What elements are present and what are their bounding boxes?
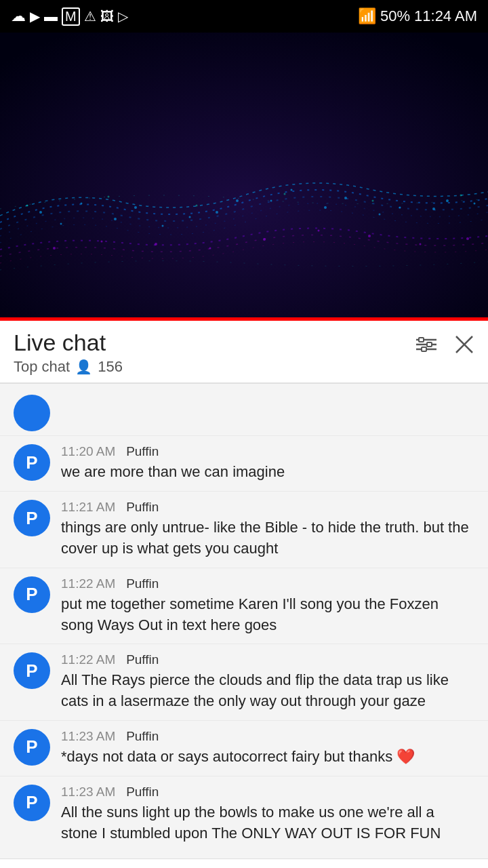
message-meta: 11:22 AM Puffin [61,652,474,667]
message-text: All the suns light up the bowls to make … [61,802,474,844]
close-button[interactable] [454,334,474,355]
cloud-icon: ☁ [11,7,26,25]
chat-message: P 11:20 AM Puffin we are more than we ca… [0,435,488,491]
message-content: 11:23 AM Puffin All the suns light up th… [61,785,474,844]
message-time: 11:22 AM [61,652,115,667]
filter-button[interactable] [415,335,438,354]
svg-rect-37 [419,338,424,342]
svg-point-29 [108,196,110,198]
svg-point-2 [81,203,83,205]
chat-header: Live chat Top chat 👤 156 [0,321,488,383]
message-text: things are only untrue- like the Bible -… [61,517,474,559]
chat-header-left: Live chat Top chat 👤 156 [14,330,123,376]
video-area[interactable]: Sub Bass Meditation Music [0,33,488,317]
message-time: 11:20 AM [61,444,115,458]
svg-point-12 [162,225,164,227]
chat-header-sub: Top chat 👤 156 [14,358,123,376]
avatar: P [14,729,50,766]
chat-message: P 11:22 AM Puffin put me together someti… [0,568,488,644]
chat-messages-container: P 11:20 AM Puffin we are more than we ca… [0,384,488,859]
svg-point-26 [420,243,422,245]
svg-point-1 [39,211,42,214]
message-meta: 11:23 AM Puffin [61,729,474,744]
svg-point-11 [114,218,117,220]
message-meta: 11:20 AM Puffin [61,444,474,459]
chat-message: P 11:23 AM Puffin All the suns light up … [0,776,488,852]
message-content: 11:23 AM Puffin *days not data or says a… [61,729,474,768]
svg-point-27 [466,237,469,240]
m-icon: M [62,7,80,26]
svg-point-4 [189,216,191,218]
chat-input-bar: 😐 $ [0,859,488,868]
username: Puffin [126,576,159,591]
svg-point-13 [216,211,218,214]
svg-point-25 [368,235,371,237]
svg-point-18 [474,203,476,205]
svg-point-22 [209,248,211,250]
svg-point-32 [372,200,374,202]
svg-point-15 [324,206,327,209]
status-bar: ☁ ▶ ▬ M ⚠ 🖼 ▷ 📶 50% 11:24 AM [0,0,488,33]
svg-point-33 [460,195,462,197]
svg-point-6 [291,189,293,191]
message-meta: 11:21 AM Puffin [61,500,474,515]
svg-point-20 [101,241,103,243]
file-icon: ▬ [44,9,58,24]
message-time: 11:21 AM [61,500,115,514]
message-time: 11:23 AM [61,785,115,799]
chat-message: P 11:22 AM Puffin All The Rays pierce th… [0,644,488,720]
viewers-icon: 👤 [75,359,92,375]
svg-point-16 [379,214,381,216]
svg-point-14 [270,200,272,202]
message-text: All The Rays pierce the clouds and flip … [61,670,474,712]
svg-point-8 [399,207,401,209]
live-chat-title: Live chat [14,330,123,355]
avatar: P [14,785,50,821]
username: Puffin [126,444,159,458]
chat-header-icons [415,334,474,355]
svg-point-19 [53,247,56,250]
username: Puffin [126,500,159,514]
svg-rect-39 [422,347,426,351]
username: Puffin [126,729,159,743]
viewer-count: 156 [98,358,123,376]
svg-rect-38 [427,342,432,347]
message-content: 11:21 AM Puffin things are only untrue- … [61,500,474,559]
wifi-icon: 📶 [358,7,376,25]
svg-point-30 [196,205,198,207]
svg-point-9 [446,199,449,202]
svg-point-3 [134,206,137,209]
svg-point-24 [318,230,320,232]
message-meta: 11:22 AM Puffin [61,576,474,591]
svg-point-28 [26,205,28,207]
svg-point-21 [155,243,157,245]
avatar: P [14,500,50,536]
message-meta: 11:23 AM Puffin [61,785,474,800]
time-text: 11:24 AM [414,7,477,25]
message-content: 11:20 AM Puffin we are more than we can … [61,444,474,483]
svg-rect-0 [0,33,488,317]
image-icon: 🖼 [100,9,114,24]
warning-icon: ⚠ [84,8,96,24]
message-time: 11:22 AM [61,576,115,591]
svg-point-17 [432,208,435,210]
status-info: 📶 50% 11:24 AM [358,7,477,25]
username: Puffin [126,652,159,667]
svg-point-31 [284,193,286,195]
message-text: we are more than we can imagine [61,462,474,483]
chat-message: P 11:21 AM Puffin things are only untrue… [0,491,488,568]
svg-point-23 [263,238,266,241]
chat-message-partial [0,391,488,435]
username: Puffin [126,785,159,799]
avatar [14,395,50,431]
battery-text: 50% [380,7,410,25]
avatar: P [14,444,50,481]
chat-message: P 11:23 AM Puffin *days not data or says… [0,720,488,776]
play-icon: ▷ [118,8,128,24]
status-icons: ☁ ▶ ▬ M ⚠ 🖼 ▷ [11,7,128,26]
top-chat-label[interactable]: Top chat [14,358,70,376]
svg-point-7 [344,197,347,199]
message-time: 11:23 AM [61,729,115,743]
message-content: 11:22 AM Puffin All The Rays pierce the … [61,652,474,712]
avatar: P [14,652,50,689]
